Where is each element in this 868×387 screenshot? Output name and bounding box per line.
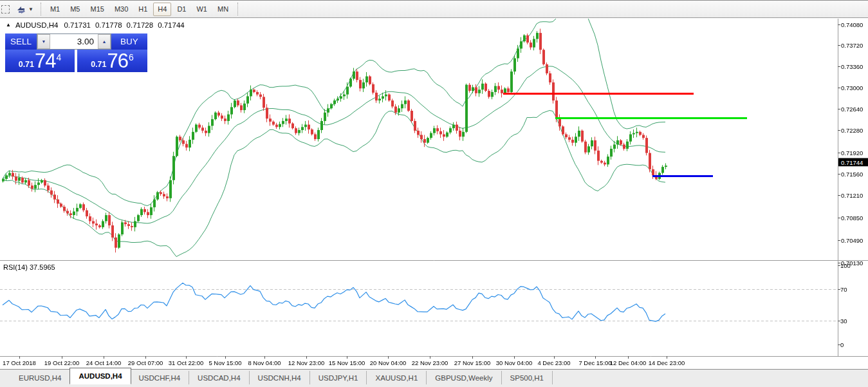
one-click-trading-panel: SELL ▼ ▲ BUY 0.71 74 4 0.71 76 6	[5, 33, 147, 72]
price-axis-label: 0.74080	[841, 21, 863, 28]
timeframe-button[interactable]: H4	[153, 3, 171, 16]
volume-decrease-button[interactable]: ▼	[37, 34, 50, 49]
time-axis-label: 19 Oct 22:00	[44, 359, 79, 366]
time-axis-label: 15 Nov 15:00	[329, 359, 365, 366]
price-axis-label: 0.73000	[841, 84, 863, 91]
time-axis-label: 12 Nov 23:00	[288, 359, 325, 366]
timeframe-button[interactable]: D1	[172, 3, 190, 16]
sell-price-big: 74	[35, 51, 55, 71]
time-axis-label: 5 Nov 15:00	[208, 359, 241, 366]
time-axis-label: 30 Nov 04:00	[496, 359, 533, 366]
current-price-tag: 0.71744	[838, 158, 868, 167]
time-axis-label: 22 Nov 23:00	[412, 359, 448, 366]
time-axis-label: 20 Nov 04:00	[370, 359, 407, 366]
chart-tabs-bar: EURUSD,H4 AUDUSD,H4 USDCHF,H4 USDCAD,H4 …	[0, 369, 868, 387]
symbol-tab[interactable]: USDCAD,H4	[189, 371, 249, 384]
arrange-charts-button[interactable]: ▼	[13, 1, 37, 17]
buy-price-big: 76	[107, 51, 128, 71]
symbol-tab[interactable]: XAUUSD,H1	[367, 371, 427, 384]
dashed-box-icon[interactable]	[1, 1, 13, 17]
time-axis-label: 17 Oct 2018	[3, 359, 36, 366]
sell-price-sup: 4	[57, 53, 62, 62]
price-axis-label: 0.70490	[841, 237, 863, 244]
price-axis-label: 0.71210	[841, 192, 863, 199]
buy-price-prefix: 0.71	[91, 61, 106, 69]
mt4-window: ▼ M1 M5 M15 M30	[0, 0, 868, 387]
price-axis-label: 0.70850	[841, 214, 863, 222]
time-axis-label: 12 Dec 04:00	[610, 359, 647, 366]
toolbar: ▼ M1 M5 M15 M30	[0, 0, 868, 18]
price-axis-label: 0.71560	[841, 171, 863, 178]
chart-symbol-period: AUDUSD,H4	[15, 21, 58, 29]
rsi-axis-label: 100	[840, 262, 851, 269]
timeframe-button[interactable]: M5	[66, 3, 84, 16]
ohlc-close: 0.71744	[158, 21, 185, 29]
price-axis-label: 0.72640	[841, 106, 863, 113]
price-axis-label: 0.73360	[841, 63, 863, 70]
symbol-tab[interactable]: EURUSD,H4	[10, 371, 70, 384]
buy-button[interactable]: BUY	[111, 33, 147, 50]
toolbar-separator	[41, 3, 41, 15]
time-axis-label: 8 Nov 04:00	[248, 359, 281, 366]
timeframe-button[interactable]: H1	[134, 3, 152, 16]
dashed-box-glyph	[1, 5, 10, 14]
time-axis-label: 31 Oct 22:00	[169, 359, 203, 366]
dropdown-caret-icon: ▼	[28, 6, 33, 12]
ohlc-open: 0.71731	[64, 21, 91, 29]
time-axis-label: 24 Oct 14:00	[86, 359, 121, 366]
time-axis-label: 7 Dec 15:00	[578, 359, 611, 366]
ohlc-low: 0.71728	[127, 21, 154, 29]
timeframe-button[interactable]: M15	[86, 3, 108, 16]
time-axis-label: 27 Nov 15:00	[454, 359, 491, 366]
rsi-indicator-label: RSI(14) 37.5965	[3, 263, 55, 271]
time-axis-label: 4 Dec 23:00	[537, 359, 570, 366]
price-axis-label: 0.73720	[841, 42, 863, 49]
time-axis-label: 14 Dec 23:00	[649, 359, 685, 366]
symbol-tab[interactable]: AUDUSD,H4	[69, 368, 131, 384]
timeframe-button[interactable]: MN	[213, 3, 233, 16]
symbol-tab[interactable]: USDCNH,H4	[250, 371, 310, 384]
price-axis-label: 0.72280	[841, 127, 863, 134]
buy-price-sup: 6	[129, 53, 134, 62]
timeframe-button[interactable]: M1	[46, 3, 64, 16]
rsi-axis-label: 70	[840, 286, 847, 293]
buy-price[interactable]: 0.71 76 6	[77, 50, 147, 72]
chart-title: ▲ AUDUSD,H4 0.71731 0.71778 0.71728 0.71…	[6, 21, 185, 29]
sell-price-prefix: 0.71	[19, 61, 34, 69]
symbol-tab[interactable]: USDJPY,H1	[310, 371, 367, 384]
price-axis-label: 0.71920	[841, 149, 863, 156]
rsi-value: 37.5965	[30, 263, 55, 271]
sell-price[interactable]: 0.71 74 4	[5, 50, 75, 72]
time-axis-label: 29 Oct 07:00	[128, 359, 163, 366]
symbol-tab[interactable]: GBPUSD,Weekly	[427, 371, 501, 384]
volume-control: ▼ ▲	[37, 33, 111, 50]
timeframe-button[interactable]: M30	[110, 3, 133, 16]
toolbar-separator	[237, 3, 238, 15]
rsi-axis-label: 0	[840, 341, 844, 348]
ohlc-high: 0.71778	[95, 21, 122, 29]
collapse-arrow-icon[interactable]: ▲	[6, 22, 11, 28]
symbol-tab[interactable]: USDCHF,H4	[131, 371, 190, 384]
volume-increase-button[interactable]: ▲	[98, 34, 111, 49]
timeframe-button[interactable]: W1	[192, 3, 212, 16]
symbol-tab[interactable]: SP500,H1	[502, 371, 553, 384]
volume-input[interactable]	[50, 34, 98, 49]
rsi-axis-label: 30	[840, 317, 847, 325]
arrange-arrows-icon	[16, 5, 26, 14]
sell-button[interactable]: SELL	[5, 33, 37, 50]
